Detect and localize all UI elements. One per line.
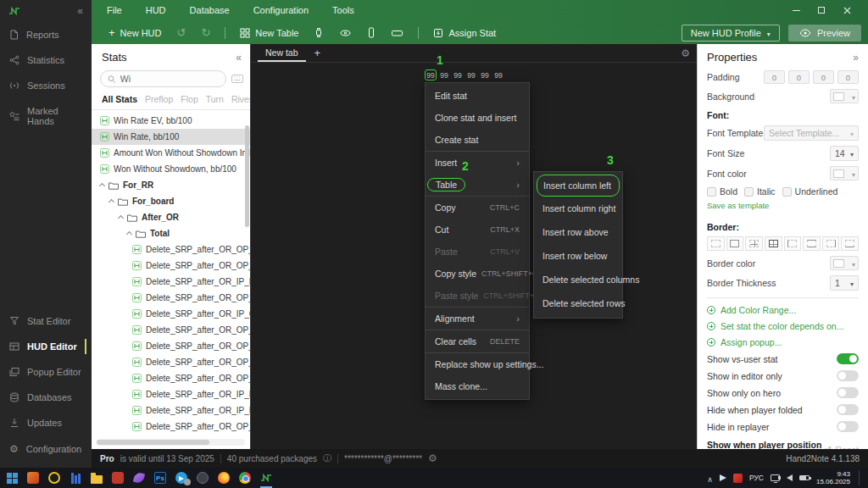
taskbar-clock[interactable]: 9:43 15.06.2025	[816, 470, 850, 485]
telegram-icon[interactable]	[175, 471, 188, 485]
border-style-button[interactable]	[745, 236, 763, 251]
menubar-item[interactable]: Database	[178, 0, 242, 21]
font-size-dropdown[interactable]: 14	[830, 146, 859, 161]
background-color-dropdown[interactable]	[830, 89, 859, 103]
padding-input[interactable]	[788, 70, 810, 84]
border-thickness-dropdown[interactable]: 1	[830, 275, 859, 291]
stats-tab[interactable]: All Stats	[102, 94, 137, 104]
language-indicator[interactable]: РУС	[749, 474, 764, 482]
context-menu-item[interactable]: Edit stat ›	[426, 85, 529, 107]
taskbar-yellow-circle-app-icon[interactable]	[47, 471, 61, 485]
tray-red-app-icon[interactable]	[733, 474, 743, 483]
border-style-button[interactable]	[707, 236, 725, 251]
sidebar-item-popup-editor[interactable]: Popup Editor	[0, 359, 92, 385]
stats-list-item[interactable]: After_OR	[92, 209, 250, 225]
sidebar-item-sessions[interactable]: Sessions	[0, 73, 92, 98]
canvas-settings-gear-icon[interactable]	[681, 47, 690, 59]
sidebar-item-databases[interactable]: Databases	[0, 385, 92, 410]
hud-cell[interactable]: 99	[479, 69, 491, 80]
account-settings-gear-icon[interactable]	[428, 452, 437, 464]
context-menu-item[interactable]: Copy CTRL+C ›	[426, 197, 529, 219]
taskbar-blue-bars-app-icon[interactable]	[69, 471, 82, 485]
context-menu-item[interactable]: Copy style CTRL+SHIFT+C ›	[426, 263, 529, 285]
assign-stat-button[interactable]: Assign Stat	[426, 25, 503, 42]
submenu-item[interactable]: Insert column left	[537, 175, 620, 197]
stats-list-item[interactable]: Amount Won Without Showdown In Blinds	[92, 145, 250, 161]
stats-list-item[interactable]: Delete_SRP_after_OR_OP_BC.XF_3Flash	[92, 370, 250, 386]
preview-button[interactable]: Preview	[788, 25, 861, 42]
vertical-scrollbar[interactable]	[245, 125, 249, 227]
stats-collapse-icon[interactable]	[236, 49, 242, 64]
menubar-item[interactable]: Tools	[320, 0, 366, 21]
stats-tab[interactable]: Flop	[181, 94, 198, 104]
toggle-switch[interactable]	[837, 404, 859, 415]
font-color-dropdown[interactable]	[830, 166, 859, 180]
taskbar-red-app-icon[interactable]	[111, 471, 125, 485]
menubar-item[interactable]: HUD	[134, 0, 178, 21]
canvas-tab-new-tab[interactable]: New tab	[258, 44, 306, 62]
menubar-item[interactable]: File	[95, 0, 134, 21]
stats-list-item[interactable]: Delete_SRP_after_OR_IP_BC.F_OvC_ORB	[92, 386, 250, 402]
hud-cell[interactable]: 99	[492, 69, 504, 80]
style-checkbox[interactable]: Italic	[744, 186, 776, 197]
stats-tab[interactable]: River	[231, 94, 253, 104]
stats-list-item[interactable]: Delete_SRP_after_OR_OP_XC.B_4Str	[92, 241, 250, 258]
context-menu-item[interactable]: Table ›	[426, 174, 529, 197]
context-menu-item[interactable]: Mass clone... ›	[426, 375, 529, 397]
stats-list-item[interactable]: For_RR	[92, 177, 250, 193]
border-style-button[interactable]	[784, 236, 802, 251]
firefox-icon[interactable]	[217, 471, 231, 485]
show-desktop-button[interactable]	[859, 470, 861, 485]
stats-list-item[interactable]: Delete_SRP_after_OR_OP_XC.XC_Blank	[92, 290, 250, 306]
new-table-button[interactable]: New Table	[233, 25, 305, 42]
minimize-button[interactable]	[785, 2, 807, 19]
info-icon[interactable]	[323, 452, 331, 464]
stats-list-item[interactable]: Delete_SRP_after_OR_OP_XR.XC.XF_BI-B	[92, 258, 250, 274]
taskbar-gray-app-icon[interactable]	[196, 471, 209, 485]
stats-list-item[interactable]: Total	[92, 225, 250, 241]
battery-icon[interactable]	[799, 475, 810, 480]
save-as-template-link[interactable]: Save as template	[707, 201, 769, 210]
property-action-link[interactable]: Add Color Range...	[707, 305, 859, 315]
border-style-button[interactable]	[726, 236, 744, 251]
border-style-button[interactable]	[841, 236, 859, 251]
border-color-dropdown[interactable]	[830, 256, 859, 270]
padding-input[interactable]	[813, 70, 834, 84]
stats-list-item[interactable]: Win Rate EV, bb/100	[92, 113, 250, 129]
sidebar-item-hud-editor[interactable]: HUD Editor	[0, 334, 92, 359]
sidebar-item-reports[interactable]: Reports	[0, 22, 92, 47]
stats-tab[interactable]: Preflop	[145, 94, 173, 104]
toggle-switch[interactable]	[837, 370, 859, 381]
monitor-preview-button[interactable]	[384, 25, 410, 42]
hud-cell[interactable]: 99	[465, 69, 477, 80]
horizontal-scrollbar[interactable]	[97, 439, 245, 446]
hand2note-taskbar-icon[interactable]	[259, 471, 273, 485]
sidebar-item-updates[interactable]: Updates	[0, 410, 92, 435]
border-style-button[interactable]	[765, 236, 782, 251]
toggle-switch[interactable]	[837, 353, 859, 364]
taskbar-orange-app-icon[interactable]	[26, 471, 40, 485]
context-menu-item[interactable]: Paste style CTRL+SHIFT+V ›	[426, 285, 529, 308]
submenu-item[interactable]: Delete selected columns	[534, 268, 622, 291]
maximize-button[interactable]	[810, 2, 832, 19]
hud-cell[interactable]: 99	[452, 69, 464, 80]
stats-tab[interactable]: Turn	[206, 94, 224, 104]
context-menu-item[interactable]: Replace show up settings... ›	[426, 353, 529, 375]
stats-list-item[interactable]: Delete_SRP_after_OR_IP_B.X.B_BI-Dr	[92, 274, 250, 290]
font-template-dropdown[interactable]: Select Template...	[764, 125, 859, 141]
chrome-icon[interactable]	[238, 471, 252, 485]
taskbar-purple-pen-app-icon[interactable]	[132, 471, 146, 485]
context-menu-item[interactable]: Paste CTRL+V ›	[426, 241, 529, 263]
menubar-item[interactable]: Configuration	[242, 0, 320, 21]
new-hud-button[interactable]: + New HUD	[102, 25, 169, 42]
hud-cell[interactable]: 99	[425, 69, 437, 80]
hud-canvas[interactable]: New tab + 999999999999 1 2 3 Edit sta	[250, 44, 697, 449]
style-checkbox[interactable]: Underlined	[782, 186, 838, 197]
border-style-button[interactable]	[822, 236, 840, 251]
close-button[interactable]	[836, 2, 858, 19]
context-menu-item[interactable]: Clone stat and insert ›	[426, 107, 529, 129]
stats-list-item[interactable]: Delete_SRP_after_OR_IP_C.X.B_BI-BI	[92, 306, 250, 322]
stats-list-item[interactable]: Delete_SRP_after_OR_OP_XC.X.XF_BI-Dr	[92, 338, 250, 354]
toggle-switch[interactable]	[837, 387, 859, 398]
context-menu-item[interactable]: Alignment ›	[426, 308, 529, 330]
